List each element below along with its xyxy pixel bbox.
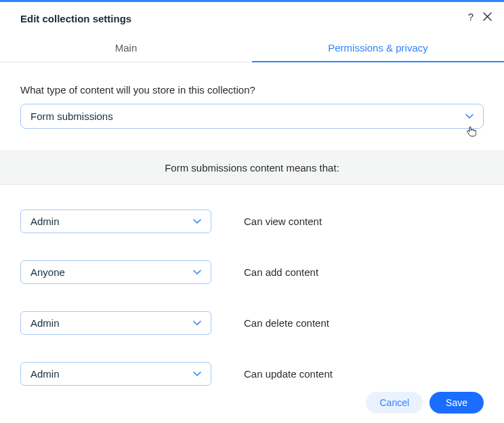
chevron-down-icon [193,321,201,326]
tab-main[interactable]: Main [0,35,252,62]
update-role-select[interactable]: Admin [20,362,211,386]
cursor-hand-icon [467,126,476,139]
chevron-down-icon [193,371,201,377]
view-role-value: Admin [30,216,60,227]
delete-role-value: Admin [30,317,60,329]
permission-row-update: Admin Can update content [20,362,484,386]
info-banner: Form submissions content means that: [0,150,504,185]
permission-row-view: Admin Can view content [20,209,484,233]
update-role-value: Admin [30,368,60,380]
dialog-content: What type of content will you store in t… [0,62,504,386]
permission-row-add: Anyone Can add content [20,260,484,284]
add-permission-label: Can add content [244,266,318,278]
content-type-value: Form submissions [30,110,113,122]
header-icons: ? [468,12,492,22]
permission-row-delete: Admin Can delete content [20,311,484,335]
dialog-title: Edit collection settings [20,13,484,24]
dialog-header: Edit collection settings ? [0,2,504,24]
delete-role-select[interactable]: Admin [20,311,211,335]
chevron-down-icon [193,270,201,275]
content-type-prompt: What type of content will you store in t… [20,84,484,96]
add-role-select[interactable]: Anyone [20,260,211,284]
tab-permissions-privacy[interactable]: Permissions & privacy [252,35,504,62]
add-role-value: Anyone [30,266,65,278]
chevron-down-icon [465,114,474,119]
save-button[interactable]: Save [429,392,484,414]
delete-permission-label: Can delete content [244,317,329,329]
tab-bar: Main Permissions & privacy [0,35,504,62]
close-icon[interactable] [483,12,492,21]
cancel-button[interactable]: Cancel [366,392,423,414]
view-permission-label: Can view content [244,216,322,227]
permissions-list: Admin Can view content Anyone Can add co… [20,209,484,386]
chevron-down-icon [193,219,201,224]
help-icon[interactable]: ? [468,12,474,22]
update-permission-label: Can update content [244,368,333,380]
view-role-select[interactable]: Admin [20,209,211,233]
content-type-select[interactable]: Form submissions [20,104,484,129]
dialog-footer: Cancel Save [366,392,484,414]
